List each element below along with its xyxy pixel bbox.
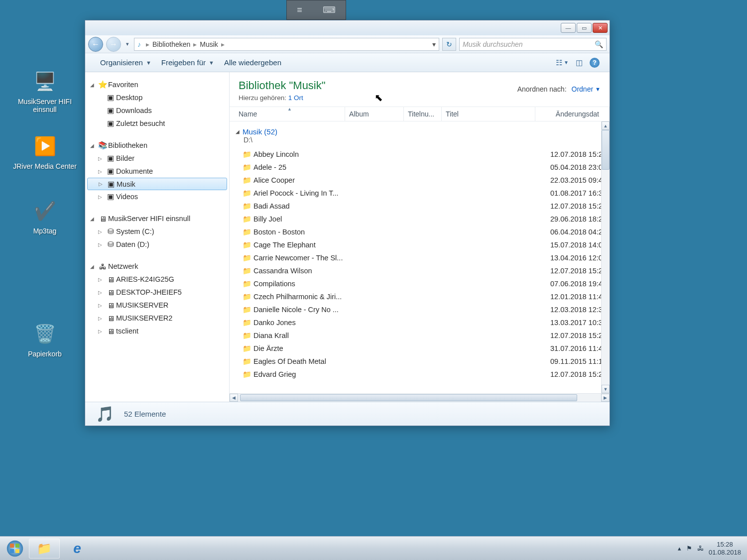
nav-item[interactable]: ▣Desktop bbox=[87, 91, 227, 104]
folder-row[interactable]: 📁Ariel Pocock - Living In T...01.08.2017… bbox=[233, 187, 610, 200]
nav-group-header[interactable]: ◢⭐Favoriten bbox=[87, 78, 227, 91]
taskbar-clock[interactable]: 15:2801.08.2018 bbox=[709, 541, 741, 556]
folder-row[interactable]: 📁Alice Cooper22.03.2015 09:4 bbox=[233, 174, 610, 187]
folder-name: Die Ärzte bbox=[253, 344, 550, 352]
desktop-icon[interactable]: 🗑️Papierkorb bbox=[7, 321, 82, 358]
folder-row[interactable]: 📁Danko Jones13.03.2017 10:3 bbox=[233, 316, 610, 329]
maximize-button[interactable]: ▭ bbox=[577, 23, 592, 33]
folder-row[interactable]: 📁Edvard Grieg12.07.2018 15:2 bbox=[233, 368, 610, 381]
taskbar-explorer[interactable]: 📁 bbox=[29, 539, 60, 559]
share-menu[interactable]: Freigeben für▼ bbox=[156, 56, 219, 69]
folder-name: Adele - 25 bbox=[253, 163, 550, 171]
nav-item[interactable]: ▣Downloads bbox=[87, 104, 227, 117]
nav-item[interactable]: ▷🖥MUSIKSERVER2 bbox=[87, 312, 227, 325]
folder-row[interactable]: 📁Abbey Lincoln12.07.2018 15:2 bbox=[233, 148, 610, 161]
folder-row[interactable]: 📁Cage The Elephant15.07.2018 14:0 bbox=[233, 238, 610, 251]
vscroll-thumb[interactable] bbox=[602, 130, 610, 170]
folder-icon: 📁 bbox=[243, 228, 253, 236]
nav-group-header[interactable]: ◢🖧Netzwerk bbox=[87, 260, 227, 273]
tray-overflow-icon[interactable]: ▴ bbox=[678, 545, 681, 552]
nav-item[interactable]: ▣Zuletzt besucht bbox=[87, 117, 227, 130]
folder-icon: 📁 bbox=[243, 319, 253, 327]
search-icon[interactable]: 🔍 bbox=[595, 40, 603, 48]
scroll-up-arrow-icon[interactable]: ▲ bbox=[602, 121, 610, 130]
nav-item[interactable]: ▷▣Videos bbox=[87, 190, 227, 203]
folder-name: Danielle Nicole - Cry No ... bbox=[253, 306, 550, 314]
horizontal-scrollbar[interactable]: ◀ ▶ bbox=[230, 393, 610, 402]
folder-row[interactable]: 📁Badi Assad12.07.2018 15:2 bbox=[233, 200, 610, 213]
folder-row[interactable]: 📁Eagles Of Death Metal09.11.2015 11:1 bbox=[233, 355, 610, 368]
menu-icon[interactable]: ≡ bbox=[297, 5, 302, 15]
tray-network-icon[interactable]: 🖧 bbox=[697, 545, 704, 552]
navigation-pane: ◢⭐Favoriten▣Desktop▣Downloads▣Zuletzt be… bbox=[85, 72, 230, 402]
folder-row[interactable]: 📁Compilations07.06.2018 19:4 bbox=[233, 277, 610, 290]
hscroll-thumb[interactable] bbox=[240, 394, 577, 401]
breadcrumb-leaf[interactable]: Musik bbox=[200, 40, 218, 48]
library-title: Bibliothek "Musik" bbox=[239, 79, 326, 92]
nav-item[interactable]: ▷🖥tsclient bbox=[87, 325, 227, 337]
vertical-scrollbar[interactable]: ▲ ▼ bbox=[601, 121, 610, 393]
taskbar[interactable]: 📁 e ▴ ⚑ 🖧 15:2801.08.2018 bbox=[0, 536, 747, 560]
group-header[interactable]: ◢Musik (52) bbox=[233, 127, 610, 136]
organize-menu[interactable]: Organisieren▼ bbox=[95, 56, 156, 69]
folder-row[interactable]: 📁Cassandra Wilson12.07.2018 15:2 bbox=[233, 264, 610, 277]
scroll-left-arrow-icon[interactable]: ◀ bbox=[230, 394, 238, 402]
nav-group-header[interactable]: ◢🖥MusikServer HIFI einsnull bbox=[87, 212, 227, 225]
arrange-dropdown[interactable]: Ordner▼ bbox=[572, 85, 601, 93]
search-input[interactable]: Musik durchsuchen 🔍 bbox=[459, 38, 607, 51]
minimize-button[interactable]: — bbox=[561, 23, 576, 33]
nav-group-header[interactable]: ◢📚Bibliotheken bbox=[87, 139, 227, 152]
folder-name: Badi Assad bbox=[253, 202, 550, 210]
folder-icon: 📁 bbox=[243, 280, 253, 288]
forward-button[interactable]: → bbox=[106, 37, 121, 52]
nav-item[interactable]: ▷▣Musik bbox=[87, 178, 227, 190]
nav-item[interactable]: ▷▣Dokumente bbox=[87, 165, 227, 178]
desktop-icon[interactable]: ▶️JRiver Media Center bbox=[7, 133, 82, 170]
start-button[interactable] bbox=[3, 537, 27, 560]
nav-item[interactable]: ▷⛁System (C:) bbox=[87, 225, 227, 238]
nav-item[interactable]: ▷▣Bilder bbox=[87, 152, 227, 165]
breadcrumb[interactable]: ♪ ▸ Bibliotheken ▸ Musik ▸ ▾ bbox=[134, 38, 439, 51]
desktop-icon[interactable]: ✔️Mp3tag bbox=[7, 198, 82, 235]
nav-item[interactable]: ▷🖥ARIES-K24IG25G bbox=[87, 273, 227, 286]
folder-icon: 📁 bbox=[243, 332, 253, 340]
help-button[interactable]: ? bbox=[590, 58, 600, 68]
col-date[interactable]: Änderungsdat bbox=[535, 107, 610, 121]
tray-action-center-icon[interactable]: ⚑ bbox=[686, 545, 692, 552]
folder-row[interactable]: 📁Boston - Boston06.04.2018 04:2 bbox=[233, 225, 610, 238]
folder-row[interactable]: 📁Adele - 2505.04.2018 23:0 bbox=[233, 161, 610, 174]
preview-pane-button[interactable]: ◫ bbox=[573, 56, 586, 69]
scroll-right-arrow-icon[interactable]: ▶ bbox=[601, 394, 610, 402]
refresh-button[interactable]: ↻ bbox=[442, 38, 456, 51]
col-album[interactable]: Album bbox=[345, 107, 404, 121]
recent-locations-dropdown[interactable]: ▾ bbox=[124, 41, 131, 47]
play-all-button[interactable]: Alle wiedergeben bbox=[219, 56, 286, 69]
folder-row[interactable]: 📁Diana Krall12.07.2018 15:2 bbox=[233, 329, 610, 342]
folder-icon: 📁 bbox=[243, 215, 253, 224]
system-tray[interactable]: ▴ ⚑ 🖧 15:2801.08.2018 bbox=[678, 541, 744, 556]
folder-row[interactable]: 📁Die Ärzte31.07.2016 11:4 bbox=[233, 342, 610, 355]
view-options-button[interactable]: ☷ ▼ bbox=[556, 56, 569, 69]
library-locations-link[interactable]: 1 Ort bbox=[288, 94, 303, 102]
folder-row[interactable]: 📁Carrie Newcomer - The Sl...13.04.2016 1… bbox=[233, 251, 610, 264]
nav-item[interactable]: ▷🖥DESKTOP-JHEIEF5 bbox=[87, 286, 227, 299]
col-title[interactable]: Titel bbox=[442, 107, 535, 121]
col-track[interactable]: Titelnu... bbox=[404, 107, 442, 121]
folder-row[interactable]: 📁Danielle Nicole - Cry No ...12.03.2018 … bbox=[233, 303, 610, 316]
folder-row[interactable]: 📁Czech Philharmonic & Jiri...12.01.2018 … bbox=[233, 290, 610, 303]
scroll-down-arrow-icon[interactable]: ▼ bbox=[602, 385, 610, 393]
desktop-icon[interactable]: 🖥️MusikServer HIFI einsnull bbox=[7, 69, 82, 113]
back-button[interactable]: ← bbox=[88, 37, 103, 52]
nav-item[interactable]: ▷🖥MUSIKSERVER bbox=[87, 299, 227, 312]
remote-session-toolbar[interactable]: ≡ ⌨ bbox=[286, 0, 346, 20]
keyboard-icon[interactable]: ⌨ bbox=[323, 4, 336, 15]
folder-row[interactable]: 📁Billy Joel29.06.2018 18:2 bbox=[233, 213, 610, 225]
taskbar-ie[interactable]: e bbox=[62, 539, 93, 559]
titlebar[interactable]: — ▭ ✕ bbox=[85, 20, 610, 35]
nav-item[interactable]: ▷⛁Daten (D:) bbox=[87, 238, 227, 251]
desktop-icon-label: JRiver Media Center bbox=[7, 162, 82, 170]
breadcrumb-root[interactable]: Bibliotheken bbox=[152, 40, 190, 48]
window-close-button[interactable]: ✕ bbox=[593, 23, 608, 33]
column-headers[interactable]: ▲ Name Album Titelnu... Titel Änderungsd… bbox=[230, 107, 610, 121]
breadcrumb-dropdown[interactable]: ▾ bbox=[432, 40, 436, 48]
